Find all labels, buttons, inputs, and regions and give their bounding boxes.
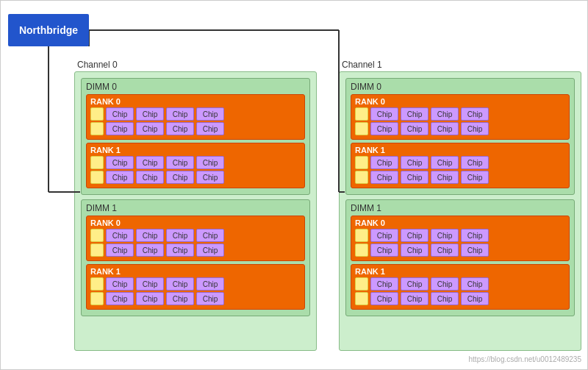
chip: Chip — [136, 122, 164, 135]
chip: Chip — [431, 292, 459, 305]
chip: Chip — [461, 229, 489, 242]
chip: Chip — [461, 277, 489, 291]
chip-spacer — [90, 107, 104, 121]
chip-spacer — [355, 243, 368, 257]
chip: Chip — [431, 107, 459, 121]
channel0-dimm1-rank0: RANK 0 Chip Chip Chip Chip Chip Chip Chi… — [86, 216, 305, 261]
chip-spacer — [355, 229, 368, 242]
chip: Chip — [431, 156, 459, 169]
chip: Chip — [401, 107, 429, 121]
channel1-dimm1-rank1: RANK 1 Chip Chip Chip Chip Chip Chip Chi… — [351, 264, 570, 310]
chip: Chip — [196, 229, 224, 242]
chip: Chip — [461, 292, 489, 305]
chip: Chip — [370, 107, 398, 121]
chip: Chip — [136, 107, 164, 121]
chip: Chip — [401, 229, 429, 242]
chip: Chip — [401, 243, 429, 257]
chip: Chip — [401, 292, 429, 305]
channel0-dimm0-rank1-label: RANK 1 — [90, 146, 301, 154]
chip: Chip — [106, 229, 134, 242]
northbridge-label: Northbridge — [19, 24, 78, 36]
chip: Chip — [196, 107, 224, 121]
channel0-dimm1-label: DIMM 1 — [86, 203, 305, 213]
channel1-dimm1-rank0: RANK 0 Chip Chip Chip Chip Chip Chip Chi… — [351, 216, 570, 261]
chip: Chip — [196, 277, 224, 291]
chip: Chip — [166, 156, 194, 169]
channel0-dimm0: DIMM 0 RANK 0 Chip Chip Chip Chip Chip C… — [81, 78, 310, 195]
channel0-container: DIMM 0 RANK 0 Chip Chip Chip Chip Chip C… — [74, 71, 317, 351]
chip-row: Chip Chip Chip Chip — [355, 277, 565, 291]
chip: Chip — [196, 243, 224, 257]
chip: Chip — [136, 229, 164, 242]
chip-spacer — [355, 122, 368, 135]
chip-spacer — [355, 277, 368, 291]
channel1-dimm1: DIMM 1 RANK 0 Chip Chip Chip Chip Chip C… — [345, 199, 575, 316]
chip-row: Chip Chip Chip Chip — [355, 107, 565, 121]
chip-row: Chip Chip Chip Chip — [355, 292, 565, 305]
chip-row: Chip Chip Chip Chip — [90, 229, 301, 242]
chip-spacer — [90, 243, 104, 257]
channel1-dimm1-rank1-label: RANK 1 — [355, 267, 565, 276]
channel0-dimm1: DIMM 1 RANK 0 Chip Chip Chip Chip Chip C… — [81, 199, 310, 316]
chip: Chip — [196, 171, 224, 184]
chip-row: Chip Chip Chip Chip — [90, 122, 301, 135]
chip-spacer — [90, 122, 104, 135]
chip-row: Chip Chip Chip Chip — [90, 277, 301, 291]
channel1-dimm0-rank0-label: RANK 0 — [355, 97, 565, 106]
chip: Chip — [136, 243, 164, 257]
chip-row: Chip Chip Chip Chip — [90, 171, 301, 184]
channel1-dimm0-rank1: RANK 1 Chip Chip Chip Chip Chip Chip Chi… — [351, 143, 570, 188]
channel0-label: Channel 0 — [77, 60, 118, 70]
channel0-dimm0-rank1: RANK 1 Chip Chip Chip Chip Chip Chip Chi… — [86, 143, 305, 188]
main-container: Northbridge Channel 0 DIMM 0 RANK 0 Chi — [0, 0, 588, 370]
chip: Chip — [136, 156, 164, 169]
chip-row: Chip Chip Chip Chip — [90, 156, 301, 169]
chip-spacer — [355, 107, 368, 121]
chip: Chip — [106, 107, 134, 121]
chip-spacer — [355, 171, 368, 184]
channel0-dimm0-label: DIMM 0 — [86, 82, 305, 92]
chip: Chip — [166, 122, 194, 135]
chip: Chip — [106, 171, 134, 184]
chip: Chip — [196, 156, 224, 169]
channel1-dimm0-rank0: RANK 0 Chip Chip Chip Chip Chip Chip Chi… — [351, 94, 570, 140]
chip: Chip — [431, 171, 459, 184]
chip-row: Chip Chip Chip Chip — [355, 156, 565, 169]
chip: Chip — [136, 171, 164, 184]
chip-spacer — [355, 156, 368, 169]
channel1-dimm1-label: DIMM 1 — [351, 203, 570, 213]
chip: Chip — [401, 122, 429, 135]
channel1-dimm0-label: DIMM 0 — [351, 82, 570, 92]
chip: Chip — [401, 277, 429, 291]
chip: Chip — [461, 107, 489, 121]
channel0-dimm1-rank0-label: RANK 0 — [90, 218, 301, 227]
chip: Chip — [370, 156, 398, 169]
chip-row: Chip Chip Chip Chip — [90, 243, 301, 257]
chip: Chip — [106, 122, 134, 135]
chip: Chip — [370, 277, 398, 291]
chip-row: Chip Chip Chip Chip — [90, 107, 301, 121]
chip: Chip — [431, 122, 459, 135]
chip-spacer — [90, 277, 104, 291]
chip: Chip — [370, 122, 398, 135]
chip-row: Chip Chip Chip Chip — [355, 229, 565, 242]
chip: Chip — [461, 171, 489, 184]
chip: Chip — [461, 122, 489, 135]
chip: Chip — [136, 277, 164, 291]
watermark: https://blog.csdn.net/u0012489235 — [469, 355, 581, 363]
channel1-dimm0-rank1-label: RANK 1 — [355, 146, 565, 154]
channel0-dimm0-rank0-label: RANK 0 — [90, 97, 301, 106]
channel1-dimm1-rank0-label: RANK 0 — [355, 218, 565, 227]
chip: Chip — [166, 107, 194, 121]
channel0-dimm1-rank1: RANK 1 Chip Chip Chip Chip Chip Chip Chi… — [86, 264, 305, 310]
chip: Chip — [166, 292, 194, 305]
chip-row: Chip Chip Chip Chip — [90, 292, 301, 305]
chip: Chip — [166, 243, 194, 257]
chip-spacer — [90, 229, 104, 242]
chip-row: Chip Chip Chip Chip — [355, 122, 565, 135]
channel0-dimm0-rank0: RANK 0 Chip Chip Chip Chip Chip Chip Chi… — [86, 94, 305, 140]
chip: Chip — [106, 277, 134, 291]
chip-spacer — [90, 292, 104, 305]
chip: Chip — [106, 156, 134, 169]
chip: Chip — [461, 243, 489, 257]
